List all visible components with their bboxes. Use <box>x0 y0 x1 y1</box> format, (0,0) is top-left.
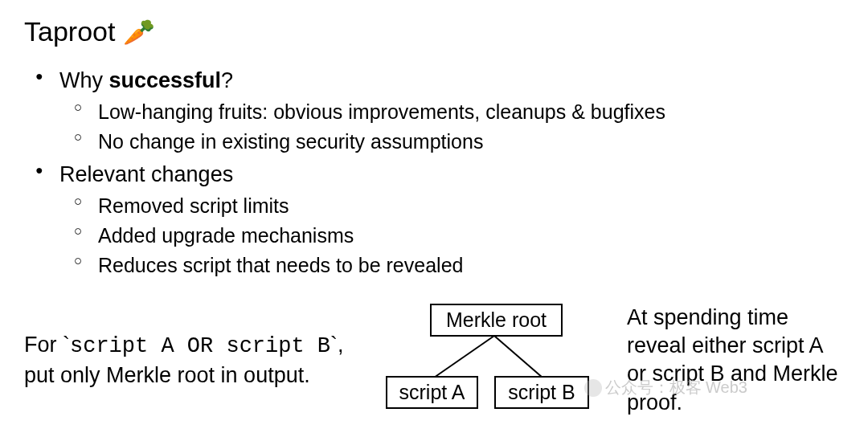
sub-list-1: Low-hanging fruits: obvious improvements… <box>59 98 844 156</box>
sub-item: Added upgrade mechanisms <box>98 222 844 250</box>
carrot-icon: 🥕 <box>123 17 155 47</box>
sub-item: No change in existing security assumptio… <box>98 128 844 156</box>
left-line1-prefix: For ` <box>24 333 70 357</box>
diagram-root-box: Merkle root <box>430 304 563 337</box>
diagram-lines <box>370 334 611 382</box>
bullet2-text: Relevant changes <box>59 162 233 186</box>
bullet1-suffix: ? <box>221 68 233 92</box>
main-bullet-list: Why successful? Low-hanging fruits: obvi… <box>24 65 844 280</box>
slide-title: Taproot 🥕 <box>24 16 844 47</box>
merkle-diagram: Merkle root script A script B <box>370 304 611 416</box>
left-line1-code: script A OR script B <box>70 334 330 358</box>
svg-line-0 <box>434 336 494 378</box>
diagram-leaf-b-box: script B <box>494 376 589 409</box>
left-caption: For `script A OR script B`, put only Mer… <box>24 330 362 390</box>
sub-item: Removed script limits <box>98 192 844 220</box>
title-text: Taproot <box>24 16 115 47</box>
diagram-leaf-a-box: script A <box>386 376 478 409</box>
svg-line-1 <box>494 336 542 378</box>
left-line2: put only Merkle root in output. <box>24 363 310 387</box>
bullet-why-successful: Why successful? Low-hanging fruits: obvi… <box>59 65 844 156</box>
sub-item: Reduces script that needs to be revealed <box>98 251 844 280</box>
bullet-relevant-changes: Relevant changes Removed script limits A… <box>59 159 844 280</box>
right-caption: At spending time reveal either script A … <box>619 304 844 416</box>
bottom-section: For `script A OR script B`, put only Mer… <box>24 304 844 416</box>
sub-item: Low-hanging fruits: obvious improvements… <box>98 98 844 126</box>
left-line1-suffix: `, <box>330 333 344 357</box>
bullet1-prefix: Why <box>59 68 109 92</box>
bullet1-bold: successful <box>109 68 222 92</box>
sub-list-2: Removed script limits Added upgrade mech… <box>59 192 844 280</box>
